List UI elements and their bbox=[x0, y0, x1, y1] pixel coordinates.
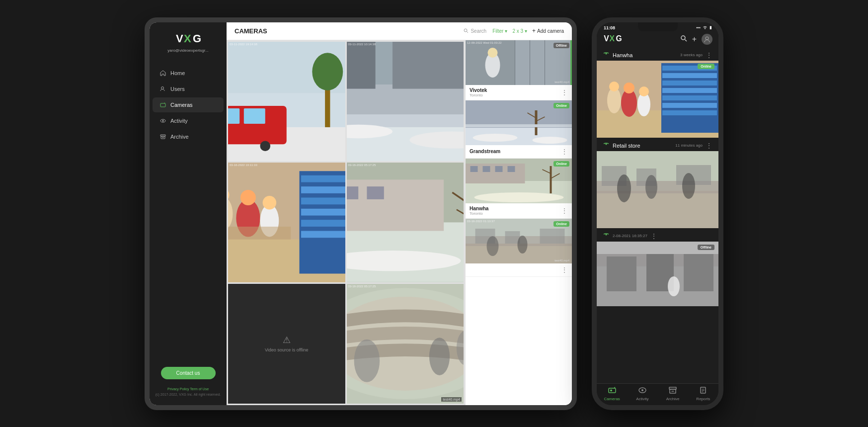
hanwha-menu-button[interactable]: ⋮ bbox=[561, 207, 568, 215]
sidebar-footer: Privacy Policy Term of Use (c) 2017-2022… bbox=[150, 383, 227, 400]
cam4-menu-button[interactable]: ⋮ bbox=[561, 266, 568, 274]
vivotek-green-bar bbox=[570, 40, 572, 85]
sidebar-item-users[interactable]: Users bbox=[153, 82, 224, 96]
offline-text: Video source is offline bbox=[265, 347, 309, 352]
camera-4-thumb[interactable]: Online 03-16-2022 01:13:37 test40.mp4 bbox=[466, 219, 572, 263]
add-camera-button[interactable]: + Add camera bbox=[532, 27, 564, 34]
grid-layout-button[interactable]: 2 x 3 ▾ bbox=[512, 28, 527, 34]
privacy-policy-link[interactable]: Privacy Policy bbox=[167, 387, 189, 391]
cam4-timestamp: 03-16-2022 01:13:37 bbox=[467, 220, 495, 223]
svg-point-3 bbox=[161, 86, 164, 89]
wifi-icon bbox=[703, 25, 708, 30]
svg-rect-55 bbox=[367, 186, 384, 199]
camera-grid-cell-2[interactable]: 03-11-2022 10:14:38 bbox=[347, 42, 464, 162]
camera-vivotek-thumb[interactable]: Offline test40.mp4 12-09-2022 Wed 01:03:… bbox=[466, 40, 572, 85]
svg-rect-49 bbox=[228, 227, 291, 240]
svg-point-121 bbox=[609, 82, 619, 91]
svg-point-143 bbox=[668, 276, 680, 296]
camera-grid-cell-5-offline[interactable]: ⚠ Video source is offline bbox=[228, 284, 345, 404]
grid-chevron-icon: ▾ bbox=[525, 28, 527, 34]
cam4-info: ⋮ bbox=[466, 263, 572, 276]
svg-point-108 bbox=[706, 37, 709, 40]
battery-icon: ▮ bbox=[710, 25, 711, 30]
phone-avatar[interactable] bbox=[702, 34, 712, 45]
page-title: CAMERAS bbox=[235, 27, 458, 35]
sidebar-item-home[interactable]: Home bbox=[153, 66, 224, 81]
vivotek-cam-label: test40.mp4 bbox=[554, 81, 569, 84]
svg-point-135 bbox=[682, 173, 695, 199]
svg-point-91 bbox=[474, 192, 564, 202]
camera-hanwha-thumb[interactable]: Online bbox=[466, 159, 572, 203]
svg-point-11 bbox=[464, 29, 467, 32]
filter-button[interactable]: Filter ▾ bbox=[492, 28, 507, 34]
svg-point-46 bbox=[240, 190, 256, 205]
hanwha-info: Hanwha Toronto ⋮ bbox=[466, 203, 572, 218]
add-icon: + bbox=[532, 27, 536, 34]
grandstream-status-badge: Online bbox=[553, 103, 569, 108]
phone-activity-nav-label: Activity bbox=[636, 397, 648, 401]
phone-signal-battery: ▪▪▪ ▮ bbox=[696, 25, 711, 30]
phone-camera-item-hanwha: Hanwha 3 weeks ago ⋮ bbox=[597, 48, 718, 138]
phone-retail-menu[interactable]: ⋮ bbox=[706, 142, 712, 150]
sidebar-item-activity[interactable]: Activity bbox=[153, 113, 224, 128]
phone-nav-reports[interactable]: Reports bbox=[688, 387, 718, 401]
phone-archive-nav-icon bbox=[669, 387, 677, 395]
phone-screen: 11:08 ▪▪▪ ▮ V X G bbox=[597, 22, 718, 405]
phone-hanwha-icon bbox=[603, 52, 610, 59]
sidebar-item-cameras[interactable]: Cameras bbox=[153, 97, 224, 112]
svg-rect-42 bbox=[301, 231, 345, 238]
grid-cell-6-timestamp: 03-16-2022 05:17:25 bbox=[348, 285, 376, 288]
footer-links: Privacy Policy Term of Use bbox=[155, 387, 222, 391]
search-box[interactable]: Search bbox=[464, 28, 486, 34]
phone-hanwha-time: 3 weeks ago bbox=[680, 53, 703, 57]
phone-logo: V X G bbox=[603, 33, 676, 45]
camera-list-panel: Offline test40.mp4 12-09-2022 Wed 01:03:… bbox=[465, 40, 572, 405]
vivotek-name: Vivotek bbox=[470, 87, 487, 93]
users-icon bbox=[159, 85, 166, 92]
svg-rect-19 bbox=[244, 108, 265, 124]
phone-search-icon[interactable] bbox=[680, 35, 687, 43]
phone-retail-thumb[interactable] bbox=[597, 151, 718, 228]
camera-grandstream-thumb[interactable]: Online bbox=[466, 100, 572, 145]
vivotek-menu-button[interactable]: ⋮ bbox=[561, 88, 568, 96]
phone-hanwha-status: Online bbox=[698, 64, 714, 69]
vxg-logo: V X G bbox=[175, 31, 202, 45]
contact-us-button[interactable]: Contact us bbox=[161, 367, 216, 379]
phone-nav-activity[interactable]: Activity bbox=[627, 387, 657, 401]
svg-point-48 bbox=[263, 196, 277, 210]
camera-grid-cell-3[interactable]: 03-16-2022 10:11:33 bbox=[228, 163, 345, 282]
hanwha-name: Hanwha bbox=[470, 206, 488, 211]
phone-add-icon[interactable]: + bbox=[692, 35, 697, 44]
phone-offline-menu[interactable]: ⋮ bbox=[650, 232, 657, 240]
phone-retail-icon bbox=[603, 142, 610, 149]
svg-rect-54 bbox=[347, 186, 358, 199]
camera-list-item-grandstream: Online Grandstream ⋮ bbox=[466, 100, 572, 159]
phone-offline-status: Offline bbox=[698, 245, 714, 250]
svg-rect-99 bbox=[505, 231, 520, 244]
camera-grid-cell-4[interactable]: 03-16-2022 05:17:25 bbox=[347, 163, 464, 282]
hanwha-location: Toronto bbox=[470, 211, 488, 216]
sidebar-item-users-label: Users bbox=[170, 86, 185, 92]
svg-rect-92 bbox=[550, 166, 552, 193]
tablet-device: V X G yaro@videoexpertsgr... Home bbox=[145, 17, 577, 410]
grandstream-menu-button[interactable]: ⋮ bbox=[561, 148, 568, 156]
svg-text:V: V bbox=[176, 32, 183, 45]
sidebar-item-archive[interactable]: Archive bbox=[153, 129, 224, 144]
svg-rect-30 bbox=[347, 42, 376, 89]
main-header: CAMERAS Search Filter ▾ 2 x 3 ▾ bbox=[227, 22, 572, 40]
term-of-use-link[interactable]: Term of Use bbox=[190, 387, 209, 391]
svg-point-134 bbox=[645, 175, 657, 199]
phone-hanwha-menu[interactable]: ⋮ bbox=[706, 51, 712, 59]
phone-nav-cameras[interactable]: Cameras bbox=[597, 387, 627, 401]
camera-grid-cell-6[interactable]: 03-16-2022 05:17:25 test40.mp4 bbox=[347, 284, 464, 404]
phone-nav-archive[interactable]: Archive bbox=[658, 387, 688, 401]
phone-camera-list: Hanwha 3 weeks ago ⋮ bbox=[597, 48, 718, 383]
phone-offline-thumb[interactable]: Offline bbox=[597, 242, 718, 319]
phone-hanwha-thumb[interactable]: Online bbox=[597, 61, 718, 138]
camera-grid-cell-1[interactable]: 03-11-2022 19:14:38 bbox=[228, 42, 345, 162]
sidebar: V X G yaro@videoexpertsgr... Home bbox=[150, 22, 227, 405]
camera-list-item-4: Online 03-16-2022 01:13:37 test40.mp4 ⋮ bbox=[466, 219, 572, 277]
svg-rect-88 bbox=[483, 166, 490, 172]
cam4-status-badge: Online bbox=[553, 221, 569, 227]
home-icon bbox=[159, 70, 166, 77]
